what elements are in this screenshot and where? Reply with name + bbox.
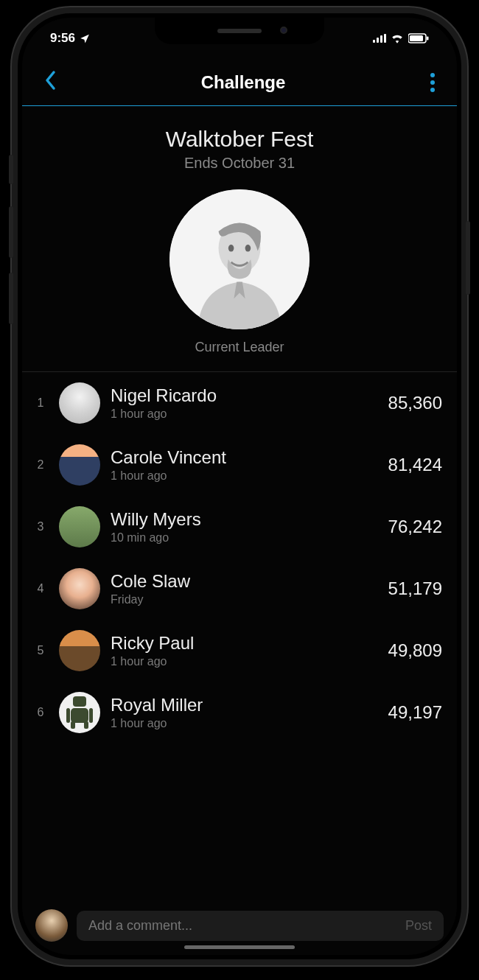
leader-avatar[interactable] — [169, 189, 310, 329]
side-button — [9, 155, 13, 184]
participant-name: Cole Slaw — [111, 571, 378, 592]
page-title: Challenge — [201, 72, 286, 93]
challenge-name: Walktober Fest — [22, 127, 457, 152]
leaderboard-row[interactable]: 5 Ricky Paul 1 hour ago 49,809 — [22, 620, 457, 682]
comment-placeholder: Add a comment... — [88, 918, 192, 934]
dot-icon — [430, 80, 435, 85]
power-button — [466, 221, 470, 295]
more-options-button[interactable] — [424, 67, 441, 98]
cellular-icon — [373, 34, 386, 43]
home-indicator[interactable] — [184, 945, 295, 949]
svg-point-5 — [228, 245, 234, 252]
svg-rect-2 — [427, 37, 429, 41]
rank-number: 5 — [32, 644, 49, 657]
user-avatar[interactable] — [35, 909, 68, 942]
participant-updated: 1 hour ago — [111, 655, 378, 668]
screen: 9:56 — [22, 18, 457, 955]
location-icon — [80, 33, 90, 43]
participant-score: 76,242 — [388, 517, 442, 537]
phone-frame: 9:56 — [12, 7, 467, 965]
participant-updated: 1 hour ago — [111, 469, 378, 483]
leaderboard-list[interactable]: 1 Nigel Ricardo 1 hour ago 85,360 2 Caro… — [22, 372, 457, 902]
participant-avatar[interactable] — [59, 692, 100, 733]
rank-number: 4 — [32, 582, 49, 595]
battery-icon — [408, 33, 429, 43]
participant-updated: 1 hour ago — [111, 717, 378, 730]
participant-avatar[interactable] — [59, 568, 100, 609]
rank-number: 1 — [32, 396, 49, 410]
participant-name: Ricky Paul — [111, 633, 378, 654]
notch — [155, 18, 324, 44]
participant-score: 81,424 — [388, 455, 442, 475]
participant-updated: Friday — [111, 593, 378, 606]
participant-avatar[interactable] — [59, 630, 100, 671]
participant-score: 49,809 — [388, 640, 442, 661]
rank-number: 6 — [32, 706, 49, 719]
robot-icon — [67, 696, 92, 729]
rank-number: 2 — [32, 458, 49, 472]
participant-score: 85,360 — [388, 393, 442, 413]
leaderboard-row[interactable]: 4 Cole Slaw Friday 51,179 — [22, 558, 457, 620]
participant-avatar[interactable] — [59, 444, 100, 486]
participant-score: 49,197 — [388, 702, 442, 723]
volume-down-button — [9, 273, 13, 324]
back-button[interactable] — [38, 65, 62, 99]
participant-name: Carole Vincent — [111, 447, 378, 468]
participant-avatar[interactable] — [59, 506, 100, 547]
rank-number: 3 — [32, 520, 49, 533]
participant-updated: 10 min ago — [111, 531, 378, 545]
participant-updated: 1 hour ago — [111, 407, 378, 421]
post-button[interactable]: Post — [405, 918, 432, 934]
wifi-icon — [391, 33, 404, 43]
participant-name: Nigel Ricardo — [111, 385, 378, 406]
dot-icon — [430, 73, 435, 77]
svg-rect-1 — [410, 35, 423, 41]
front-camera — [280, 27, 287, 34]
participant-score: 51,179 — [388, 578, 442, 599]
speaker-grille — [217, 29, 262, 33]
participant-name: Willy Myers — [111, 509, 378, 530]
comment-input[interactable]: Add a comment... Post — [77, 911, 444, 941]
status-time: 9:56 — [50, 31, 75, 46]
participant-avatar[interactable] — [59, 382, 100, 424]
challenge-end-date: Ends October 31 — [22, 155, 457, 172]
leader-label: Current Leader — [22, 340, 457, 355]
leaderboard-row[interactable]: 3 Willy Myers 10 min ago 76,242 — [22, 496, 457, 558]
leaderboard-row[interactable]: 6 Royal Miller 1 hour ago 4 — [22, 682, 457, 743]
navbar: Challenge — [22, 59, 457, 106]
challenge-header: Walktober Fest Ends October 31 — [22, 106, 457, 372]
dot-icon — [430, 88, 435, 92]
participant-name: Royal Miller — [111, 695, 378, 715]
leaderboard-row[interactable]: 2 Carole Vincent 1 hour ago 81,424 — [22, 434, 457, 496]
svg-point-6 — [245, 245, 251, 252]
volume-up-button — [9, 206, 13, 258]
leaderboard-row[interactable]: 1 Nigel Ricardo 1 hour ago 85,360 — [22, 372, 457, 434]
